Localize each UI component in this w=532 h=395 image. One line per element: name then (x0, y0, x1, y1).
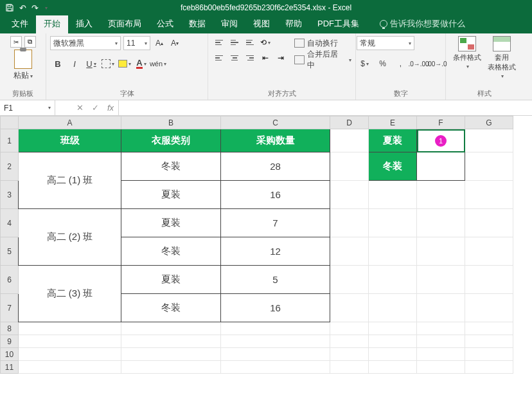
cell[interactable] (369, 348, 417, 361)
tell-me-search[interactable]: 告诉我你想要做什么 (372, 14, 473, 33)
decrease-font-icon[interactable]: A▾ (168, 36, 181, 50)
cell[interactable] (417, 237, 465, 266)
cell[interactable] (417, 335, 465, 348)
italic-button[interactable]: I (67, 57, 82, 71)
increase-decimal-icon[interactable]: .0→.00 (411, 57, 427, 71)
col-header-e[interactable]: E (369, 116, 417, 129)
row-header[interactable]: 4 (1, 209, 19, 237)
align-right-icon[interactable] (243, 51, 257, 64)
cell[interactable] (465, 335, 513, 348)
cell[interactable] (221, 335, 330, 348)
col-header-f[interactable]: F (417, 116, 465, 129)
increase-font-icon[interactable]: A▴ (153, 36, 166, 50)
cell[interactable]: 冬装 (121, 237, 221, 266)
col-header-c[interactable]: C (221, 116, 330, 129)
cell[interactable] (465, 237, 513, 266)
row-header[interactable]: 6 (1, 266, 19, 294)
cell[interactable]: 夏装 (121, 266, 221, 294)
cell[interactable]: 7 (221, 209, 330, 237)
row-header[interactable]: 8 (1, 322, 19, 335)
cell[interactable] (121, 322, 221, 335)
cell[interactable] (369, 322, 417, 335)
align-bottom-icon[interactable] (243, 36, 257, 49)
cell[interactable]: 16 (221, 181, 330, 209)
formula-input[interactable] (119, 100, 532, 115)
paste-button[interactable]: 粘贴▾ (13, 50, 33, 81)
undo-icon[interactable]: ↶ (19, 3, 26, 13)
tab-home[interactable]: 开始 (36, 14, 68, 33)
cell[interactable]: 高二 (1) 班 (19, 152, 121, 209)
cell[interactable]: 冬装 (121, 294, 221, 322)
active-cell[interactable]: 1 (417, 129, 465, 152)
tab-pdf[interactable]: PDF工具集 (310, 14, 367, 33)
cell[interactable] (465, 322, 513, 335)
cell[interactable] (369, 266, 417, 294)
cell[interactable] (19, 322, 121, 335)
cell[interactable]: 冬装 (121, 152, 221, 181)
cell[interactable] (417, 266, 465, 294)
cell[interactable]: 夏装 (121, 181, 221, 209)
select-all-corner[interactable] (1, 116, 19, 129)
tab-page-layout[interactable]: 页面布局 (100, 14, 149, 33)
name-box[interactable]: F1▾ (0, 100, 55, 115)
bold-button[interactable]: B (50, 57, 66, 71)
cell[interactable] (330, 335, 369, 348)
format-as-table-button[interactable]: 套用 表格格式▾ (488, 36, 516, 79)
cell[interactable] (19, 348, 121, 361)
cell[interactable]: 高二 (2) 班 (19, 209, 121, 266)
font-name-combo[interactable]: 微软雅黑▾ (50, 36, 121, 50)
redo-icon[interactable]: ↷ (31, 3, 39, 13)
spreadsheet-grid[interactable]: A B C D E F G 1 班级 衣服类别 采购数量 夏装 1 2 高二 (… (0, 116, 532, 374)
row-header[interactable]: 7 (1, 294, 19, 322)
border-button[interactable]: ▾ (100, 57, 116, 71)
col-header-b[interactable]: B (121, 116, 221, 129)
cell[interactable]: 夏装 (369, 129, 417, 152)
cell[interactable] (121, 361, 221, 374)
cell[interactable] (121, 348, 221, 361)
accounting-format-icon[interactable]: $▾ (357, 57, 373, 71)
comma-format-icon[interactable]: , (393, 57, 409, 71)
align-center-icon[interactable] (227, 51, 242, 64)
cell[interactable] (417, 322, 465, 335)
copy-icon[interactable]: ⧉ (24, 36, 36, 48)
insert-function-icon[interactable]: fx (103, 100, 118, 115)
cell[interactable] (330, 322, 369, 335)
enter-formula-icon[interactable]: ✓ (87, 100, 103, 115)
cell[interactable] (330, 129, 369, 152)
cell[interactable] (330, 348, 369, 361)
cell[interactable] (121, 335, 221, 348)
orientation-icon[interactable]: ⟲▾ (258, 36, 272, 49)
cut-icon[interactable]: ✂ (10, 36, 22, 48)
cell[interactable]: 16 (221, 294, 330, 322)
row-header[interactable]: 2 (1, 152, 19, 181)
tab-insert[interactable]: 插入 (68, 14, 100, 33)
cell[interactable] (465, 348, 513, 361)
cell[interactable] (369, 237, 417, 266)
col-header-d[interactable]: D (330, 116, 369, 129)
cell[interactable]: 12 (221, 237, 330, 266)
cell[interactable] (465, 294, 513, 322)
conditional-formatting-button[interactable]: 条件格式▾ (453, 36, 481, 79)
cell[interactable] (417, 209, 465, 237)
cell[interactable]: 衣服类别 (121, 129, 221, 152)
align-left-icon[interactable] (212, 51, 226, 64)
cell[interactable] (221, 322, 330, 335)
cell[interactable] (19, 361, 121, 374)
cell[interactable] (330, 152, 369, 181)
cell[interactable] (221, 361, 330, 374)
cell[interactable] (330, 181, 369, 209)
cell[interactable] (221, 348, 330, 361)
cell[interactable] (465, 361, 513, 374)
cell[interactable] (465, 181, 513, 209)
tab-data[interactable]: 数据 (181, 14, 213, 33)
cell[interactable]: 28 (221, 152, 330, 181)
cell[interactable] (330, 237, 369, 266)
cell[interactable]: 夏装 (121, 209, 221, 237)
phonetic-button[interactable]: wén▾ (150, 57, 166, 71)
number-format-combo[interactable]: 常规▾ (357, 36, 414, 50)
underline-button[interactable]: U▾ (84, 57, 99, 71)
cell[interactable] (417, 152, 465, 181)
col-header-g[interactable]: G (465, 116, 513, 129)
cell[interactable] (417, 348, 465, 361)
cell[interactable] (330, 294, 369, 322)
